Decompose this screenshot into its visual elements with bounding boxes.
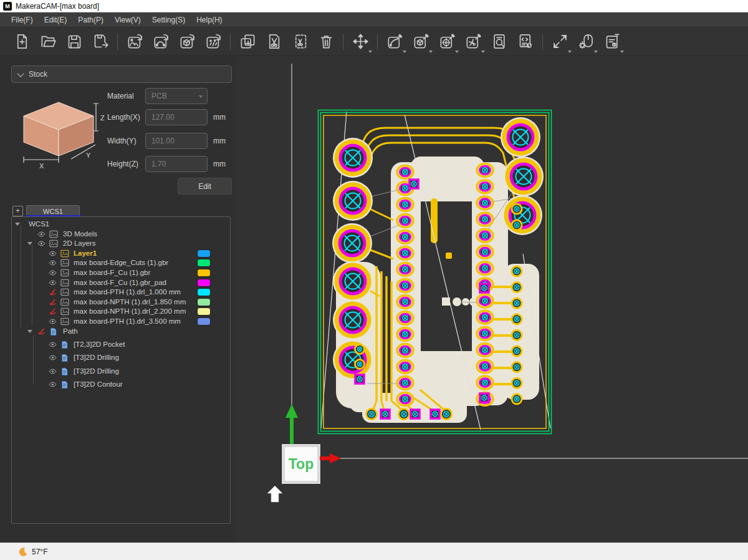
weather-temp: 57°F	[32, 548, 47, 556]
layer-color-swatch[interactable]	[197, 249, 211, 258]
expander-caret-icon[interactable]	[27, 330, 32, 333]
edit-drill-button[interactable]	[434, 30, 460, 54]
eye-visible-icon[interactable]	[49, 269, 57, 277]
layer-image-icon	[60, 298, 69, 306]
transform-move-button[interactable]	[347, 30, 373, 54]
dropdown-caret-icon[interactable]	[403, 51, 406, 53]
eye-hidden-icon[interactable]	[49, 298, 57, 306]
eye-visible-icon[interactable]	[49, 279, 57, 287]
tree-item-2d-layers[interactable]: 2D Layers	[0, 239, 224, 249]
pcb-board-drawing[interactable]	[317, 109, 552, 435]
tree-item-max-board-f-cu-1-gbr[interactable]: max board-F_Cu (1).gbr	[0, 268, 224, 278]
menu-help[interactable]: Help(H)	[191, 14, 227, 26]
eye-hidden-icon[interactable]	[49, 288, 57, 296]
stock-edit-button[interactable]: Edit	[178, 178, 232, 195]
tree-item-wcs1[interactable]: WCS1	[0, 220, 224, 229]
menu-view[interactable]: View(V)	[110, 14, 146, 26]
edit-curve-icon	[386, 33, 403, 50]
layer-image-icon	[60, 317, 69, 326]
taskbar-weather-widget[interactable]: 57°F	[17, 546, 47, 557]
delete-button[interactable]	[313, 30, 339, 54]
tree-item-max-board-pth-1-drl-3-500-mm[interactable]: max board-PTH (1).drl_3.500 mm	[0, 317, 224, 327]
tree-item-t3-2d-drilling[interactable]: [T3]2D Drilling	[0, 367, 224, 377]
edit-curve-button[interactable]	[381, 30, 408, 54]
stock-field-label: Material	[107, 92, 143, 100]
tree-item-max-board-pth-1-drl-1-000-mm[interactable]: max board-PTH (1).drl_1.000 mm	[0, 287, 224, 297]
stock-section-header[interactable]: Stock	[11, 65, 232, 83]
crop-cut-button[interactable]	[287, 30, 313, 54]
new-file-button[interactable]	[9, 30, 35, 54]
edit-3d-model-button[interactable]	[408, 30, 434, 54]
layer-color-swatch[interactable]	[197, 307, 211, 316]
eye-visible-icon[interactable]	[49, 367, 57, 375]
layer-color-swatch[interactable]	[197, 317, 211, 326]
menu-file[interactable]: File(F)	[6, 14, 38, 26]
save-icon	[66, 33, 83, 50]
layer-color-swatch[interactable]	[197, 279, 211, 287]
dropdown-caret-icon[interactable]	[481, 51, 485, 53]
tree-item-max-board-npth-1-drl-2-200-mm[interactable]: max board-NPTH (1).drl_2.200 mm	[0, 307, 224, 317]
tree-item-max-board-edge-cuts-1-gbr[interactable]: max board-Edge_Cuts (1).gbr	[0, 258, 224, 268]
menu-edit[interactable]: Edit(E)	[39, 14, 72, 26]
eye-visible-icon[interactable]	[49, 354, 57, 362]
dropdown-caret-icon[interactable]	[368, 51, 372, 53]
save-as-button[interactable]	[87, 30, 113, 54]
eye-hidden-icon[interactable]	[37, 327, 46, 336]
material-field[interactable]: PCB	[145, 88, 208, 104]
origin-marker[interactable]: Top	[282, 444, 320, 484]
toolbar-separator	[117, 34, 118, 50]
tree-item-path[interactable]: Path	[0, 327, 224, 337]
eye-visible-icon[interactable]	[37, 230, 46, 238]
eye-visible-icon[interactable]	[49, 317, 57, 326]
length-field[interactable]: 127.00	[145, 109, 208, 125]
dropdown-caret-icon[interactable]	[594, 51, 598, 53]
eye-hidden-icon[interactable]	[49, 307, 57, 316]
eye-visible-icon[interactable]	[37, 239, 46, 248]
tree-item-t3-2d-drilling[interactable]: [T3]2D Drilling	[0, 353, 224, 363]
menu-setting[interactable]: Setting(S)	[147, 14, 190, 26]
dropdown-caret-icon[interactable]	[455, 51, 459, 53]
dropdown-caret-icon[interactable]	[568, 51, 572, 53]
tree-item-max-board-npth-1-drl-1-850-mm[interactable]: max board-NPTH (1).drl_1.850 mm	[0, 297, 224, 307]
expander-caret-icon[interactable]	[27, 242, 32, 245]
toolbar-separator	[377, 34, 378, 50]
cut-button[interactable]	[261, 30, 287, 54]
find-button[interactable]	[486, 30, 512, 54]
eye-visible-icon[interactable]	[49, 249, 57, 258]
dropdown-caret-icon[interactable]	[429, 51, 433, 53]
windows-taskbar: 57°F Search M	[0, 543, 748, 560]
add-wcs-tab-button[interactable]: +	[12, 206, 23, 216]
eye-visible-icon[interactable]	[49, 340, 57, 349]
mouse-settings-button[interactable]	[573, 30, 599, 54]
import-image-button[interactable]	[122, 30, 148, 54]
layer-color-swatch[interactable]	[197, 298, 211, 306]
eye-visible-icon[interactable]	[49, 259, 57, 267]
dropdown-caret-icon[interactable]	[620, 51, 624, 53]
layer-color-swatch[interactable]	[197, 288, 211, 296]
tree-item-max-board-f-cu-1-gbr-pad[interactable]: max board-F_Cu (1).gbr_pad	[0, 278, 224, 288]
unit-label: mm	[213, 137, 226, 145]
report-button[interactable]	[599, 30, 625, 54]
layer-color-swatch[interactable]	[197, 269, 211, 277]
save-button[interactable]	[61, 30, 87, 54]
tree-item-layer1[interactable]: Layer1	[0, 249, 224, 259]
fit-to-screen-button[interactable]	[547, 30, 573, 54]
gcode-settings-button[interactable]	[512, 30, 539, 54]
crop-cut-icon	[292, 33, 309, 50]
tree-item-t2-3-2d-pocket[interactable]: [T2,3]2D Pocket	[0, 340, 224, 350]
duplicate-button[interactable]	[234, 30, 261, 54]
toolbar-separator	[343, 34, 343, 50]
open-file-button[interactable]	[35, 30, 61, 54]
import-curve-button[interactable]	[148, 30, 174, 54]
tree-item-t3-2d-contour[interactable]: [T3]2D Contour	[0, 380, 224, 390]
expander-caret-icon[interactable]	[15, 223, 20, 226]
layer-color-swatch[interactable]	[197, 259, 211, 267]
tree-item-3d-models[interactable]: 3D Models	[0, 229, 224, 239]
import-silkscreen-button[interactable]	[200, 30, 226, 54]
eye-visible-icon[interactable]	[49, 380, 57, 389]
edit-laser-button[interactable]	[460, 30, 486, 54]
height-field[interactable]: 1.70	[145, 156, 208, 172]
width-field[interactable]: 101.00	[145, 133, 208, 149]
menu-path[interactable]: Path(P)	[73, 14, 108, 26]
import-3d-model-button[interactable]	[174, 30, 200, 54]
